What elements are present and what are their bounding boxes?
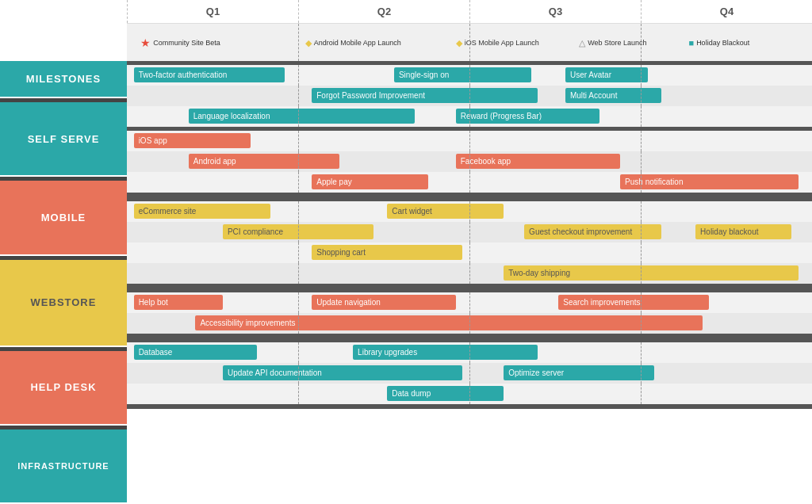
bar-apple-pay: Apple pay xyxy=(312,174,428,189)
community-site-beta-label: Community Site Beta xyxy=(153,39,220,47)
bar-pci-compliance: PCI compliance xyxy=(223,224,373,239)
milestone-ios-launch: ◆ iOS Mobile App Launch xyxy=(456,37,539,48)
sidebar-item-self-serve: SELF SERVE xyxy=(0,102,127,177)
bar-two-factor: Two-factor authentication xyxy=(134,67,285,82)
bar-accessibility: Accessibility improvements xyxy=(195,315,702,330)
quarter-q4: Q4 xyxy=(641,0,812,23)
quarter-q1: Q1 xyxy=(127,0,298,23)
bar-label-single-sign-on: Single-sign on xyxy=(399,71,449,79)
bar-holiday-blackout: Holiday blackout xyxy=(695,224,791,239)
holiday-blackout-label: Holiday Blackout xyxy=(696,39,749,47)
sidebar-label-infrastructure: INFRASTRUCTURE xyxy=(17,461,109,471)
bar-label-ios-app: iOS app xyxy=(139,136,167,145)
android-launch-label: Android Mobile App Launch xyxy=(314,39,401,47)
bar-guest-checkout: Guest checkout improvement xyxy=(524,224,661,239)
sidebar-header xyxy=(0,0,127,61)
bar-help-bot: Help bot xyxy=(134,295,223,310)
bar-label-pci-compliance: PCI compliance xyxy=(228,227,283,236)
webstore-row-1: eCommerce site Cart widget xyxy=(127,201,812,222)
webstore-row-4: Two-day shipping xyxy=(127,263,812,284)
milestone-holiday-blackout: ■ Holiday Blackout xyxy=(688,38,749,48)
bar-label-apple-pay: Apple pay xyxy=(316,178,351,186)
mobile-row-1: iOS app xyxy=(127,131,812,151)
chart-body: ★ Community Site Beta ◆ Android Mobile A… xyxy=(127,24,812,504)
bar-data-dump: Data dump xyxy=(387,386,504,401)
webstore-launch-label: Web Store Launch xyxy=(588,39,646,47)
bar-optimize-server: Optimize server xyxy=(504,365,654,380)
sidebar-label-webstore: WEBSTORE xyxy=(31,296,97,308)
bar-label-shopping-cart: Shopping cart xyxy=(316,248,366,257)
bar-reward-progress: Reward (Progress Bar) xyxy=(456,109,599,124)
quarter-header: Q1 Q2 Q3 Q4 xyxy=(127,0,812,24)
infra-row-2: Update API documentation Optimize server xyxy=(127,363,812,384)
infra-row-4 xyxy=(127,404,812,409)
bar-label-reward-progress: Reward (Progress Bar) xyxy=(461,112,542,120)
chart-area: Q1 Q2 Q3 Q4 ★ xyxy=(127,0,812,504)
self-serve-row-2: Forgot Password Improvement Multi Accoun… xyxy=(127,86,812,106)
bar-label-two-factor: Two-factor authentication xyxy=(139,71,228,79)
webstore-launch-icon: △ xyxy=(579,37,585,48)
bar-label-multi-account: Multi Account xyxy=(570,91,617,100)
milestones-row: ★ Community Site Beta ◆ Android Mobile A… xyxy=(127,24,812,61)
bar-label-update-navigation: Update navigation xyxy=(316,298,381,307)
bar-ecommerce: eCommerce site xyxy=(134,204,271,219)
bar-label-facebook-app: Facebook app xyxy=(461,157,511,166)
quarter-q2: Q2 xyxy=(298,0,469,23)
bar-label-ecommerce: eCommerce site xyxy=(139,207,197,216)
sidebar-item-helpdesk: HELP DESK xyxy=(0,351,127,426)
bar-update-navigation: Update navigation xyxy=(312,295,455,310)
sidebar-item-infrastructure: INFRASTRUCTURE xyxy=(0,430,127,504)
sidebar-item-webstore: WEBSTORE xyxy=(0,260,127,347)
infra-row-3: Data dump xyxy=(127,384,812,404)
bar-two-day-shipping: Two-day shipping xyxy=(504,265,799,281)
bar-search-improvements: Search improvements xyxy=(558,295,709,310)
android-launch-icon: ◆ xyxy=(305,37,312,48)
community-site-beta-icon: ★ xyxy=(140,36,151,49)
bar-label-help-bot: Help bot xyxy=(139,298,168,307)
bar-library-upgrades: Library upgrades xyxy=(353,345,538,360)
bar-label-guest-checkout: Guest checkout improvement xyxy=(529,227,632,236)
bar-shopping-cart: Shopping cart xyxy=(312,245,462,260)
self-serve-row-3: Language localization Reward (Progress B… xyxy=(127,106,812,127)
bar-single-sign-on: Single-sign on xyxy=(394,67,531,82)
sidebar: MILESTONES SELF SERVE MOBILE WEBSTORE HE… xyxy=(0,0,127,504)
bar-label-database: Database xyxy=(139,348,173,357)
sidebar-label-helpdesk: HELP DESK xyxy=(30,381,96,393)
bar-user-avatar: User Avatar xyxy=(565,67,648,82)
bar-label-android-app: Android app xyxy=(193,157,236,166)
bar-language-localization: Language localization xyxy=(189,109,415,124)
bar-api-docs: Update API documentation xyxy=(223,365,462,380)
gantt-chart: MILESTONES SELF SERVE MOBILE WEBSTORE HE… xyxy=(0,0,812,504)
bar-label-push-notification: Push notification xyxy=(625,178,683,186)
holiday-blackout-icon: ■ xyxy=(688,38,694,48)
sidebar-label-milestones: MILESTONES xyxy=(26,73,101,85)
mobile-row-3: Apple pay Push notification xyxy=(127,172,812,193)
bar-label-optimize-server: Optimize server xyxy=(508,368,564,377)
helpdesk-row-2: Accessibility improvements xyxy=(127,313,812,334)
bar-label-language-localization: Language localization xyxy=(193,112,270,120)
helpdesk-row-1: Help bot Update navigation Search improv… xyxy=(127,292,812,313)
milestone-community-site-beta: ★ Community Site Beta xyxy=(140,36,220,49)
sidebar-item-mobile: MOBILE xyxy=(0,181,127,255)
bar-cart-widget: Cart widget xyxy=(387,204,504,219)
mobile-row-2: Android app Facebook app xyxy=(127,151,812,172)
bar-database: Database xyxy=(134,345,258,360)
bar-label-two-day-shipping: Two-day shipping xyxy=(508,269,570,277)
sidebar-label-mobile: MOBILE xyxy=(41,212,86,223)
bar-label-data-dump: Data dump xyxy=(392,389,431,398)
bar-ios-app: iOS app xyxy=(134,133,251,148)
bar-push-notification: Push notification xyxy=(620,174,799,189)
webstore-row-3: Shopping cart xyxy=(127,242,812,263)
infra-row-1: Database Library upgrades xyxy=(127,342,812,363)
self-serve-row-1: Two-factor authentication Single-sign on… xyxy=(127,65,812,86)
bar-label-accessibility: Accessibility improvements xyxy=(200,319,295,327)
bar-label-api-docs: Update API documentation xyxy=(228,368,322,377)
ios-launch-icon: ◆ xyxy=(456,37,462,48)
bar-label-forgot-password: Forgot Password Improvement xyxy=(316,91,425,100)
bar-multi-account: Multi Account xyxy=(565,88,661,103)
bar-label-search-improvements: Search improvements xyxy=(563,298,640,307)
milestone-webstore-launch: △ Web Store Launch xyxy=(579,37,646,48)
ios-launch-label: iOS Mobile App Launch xyxy=(465,39,539,47)
bar-label-holiday-blackout: Holiday blackout xyxy=(700,227,758,236)
sidebar-label-self-serve: SELF SERVE xyxy=(28,133,100,145)
